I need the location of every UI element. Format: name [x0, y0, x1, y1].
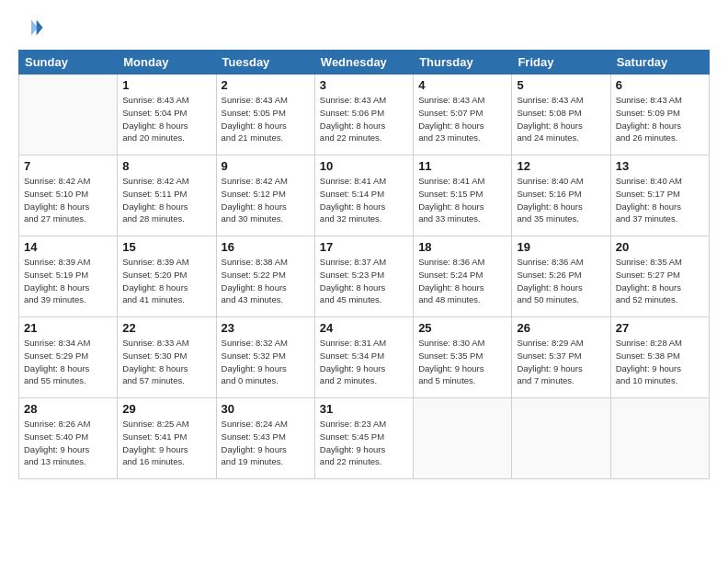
day-cell: 8Sunrise: 8:42 AM Sunset: 5:11 PM Daylig… — [118, 155, 216, 236]
day-info: Sunrise: 8:43 AM Sunset: 5:05 PM Dayligh… — [222, 94, 310, 144]
day-number: 19 — [517, 240, 605, 254]
day-cell: 16Sunrise: 8:38 AM Sunset: 5:22 PM Dayli… — [216, 236, 314, 317]
day-cell: 10Sunrise: 8:41 AM Sunset: 5:14 PM Dayli… — [314, 155, 413, 236]
day-number: 24 — [320, 321, 408, 335]
page: SundayMondayTuesdayWednesdayThursdayFrid… — [0, 0, 728, 563]
day-number: 5 — [517, 78, 605, 92]
day-cell: 21Sunrise: 8:34 AM Sunset: 5:29 PM Dayli… — [19, 317, 118, 398]
day-number: 17 — [320, 240, 408, 254]
day-info: Sunrise: 8:40 AM Sunset: 5:16 PM Dayligh… — [517, 175, 605, 225]
day-info: Sunrise: 8:43 AM Sunset: 5:08 PM Dayligh… — [517, 94, 605, 144]
day-number: 8 — [122, 159, 210, 173]
day-cell: 31Sunrise: 8:23 AM Sunset: 5:45 PM Dayli… — [314, 398, 413, 479]
day-number: 20 — [616, 240, 704, 254]
day-cell: 7Sunrise: 8:42 AM Sunset: 5:10 PM Daylig… — [19, 155, 118, 236]
day-number: 15 — [122, 240, 210, 254]
day-number: 4 — [418, 78, 506, 92]
day-number: 28 — [24, 402, 112, 416]
col-header-thursday: Thursday — [414, 51, 512, 75]
day-number: 9 — [222, 159, 310, 173]
week-row-4: 21Sunrise: 8:34 AM Sunset: 5:29 PM Dayli… — [19, 317, 710, 398]
col-header-sunday: Sunday — [19, 51, 118, 75]
day-number: 14 — [24, 240, 112, 254]
day-info: Sunrise: 8:34 AM Sunset: 5:29 PM Dayligh… — [24, 337, 112, 387]
day-info: Sunrise: 8:23 AM Sunset: 5:45 PM Dayligh… — [320, 418, 408, 468]
day-cell: 1Sunrise: 8:43 AM Sunset: 5:04 PM Daylig… — [118, 75, 216, 155]
day-info: Sunrise: 8:31 AM Sunset: 5:34 PM Dayligh… — [320, 337, 408, 387]
day-info: Sunrise: 8:35 AM Sunset: 5:27 PM Dayligh… — [616, 256, 704, 306]
day-cell: 2Sunrise: 8:43 AM Sunset: 5:05 PM Daylig… — [216, 75, 314, 155]
day-cell: 26Sunrise: 8:29 AM Sunset: 5:37 PM Dayli… — [512, 317, 610, 398]
col-header-friday: Friday — [512, 51, 610, 75]
day-info: Sunrise: 8:41 AM Sunset: 5:14 PM Dayligh… — [320, 175, 408, 225]
day-cell: 11Sunrise: 8:41 AM Sunset: 5:15 PM Dayli… — [414, 155, 512, 236]
day-cell: 23Sunrise: 8:32 AM Sunset: 5:32 PM Dayli… — [216, 317, 314, 398]
day-cell — [512, 398, 610, 479]
day-cell: 25Sunrise: 8:30 AM Sunset: 5:35 PM Dayli… — [414, 317, 512, 398]
calendar-header-row: SundayMondayTuesdayWednesdayThursdayFrid… — [19, 51, 710, 75]
day-cell: 12Sunrise: 8:40 AM Sunset: 5:16 PM Dayli… — [512, 155, 610, 236]
day-info: Sunrise: 8:25 AM Sunset: 5:41 PM Dayligh… — [122, 418, 210, 468]
day-cell: 6Sunrise: 8:43 AM Sunset: 5:09 PM Daylig… — [610, 75, 709, 155]
day-number: 31 — [320, 402, 408, 416]
col-header-saturday: Saturday — [610, 51, 709, 75]
day-info: Sunrise: 8:39 AM Sunset: 5:20 PM Dayligh… — [122, 256, 210, 306]
day-number: 18 — [418, 240, 506, 254]
day-info: Sunrise: 8:43 AM Sunset: 5:09 PM Dayligh… — [616, 94, 704, 144]
day-info: Sunrise: 8:36 AM Sunset: 5:26 PM Dayligh… — [517, 256, 605, 306]
week-row-5: 28Sunrise: 8:26 AM Sunset: 5:40 PM Dayli… — [19, 398, 710, 479]
header — [18, 15, 710, 40]
day-info: Sunrise: 8:42 AM Sunset: 5:11 PM Dayligh… — [122, 175, 210, 225]
day-number: 6 — [616, 78, 704, 92]
logo-icon — [18, 15, 44, 40]
day-info: Sunrise: 8:43 AM Sunset: 5:07 PM Dayligh… — [418, 94, 506, 144]
week-row-1: 1Sunrise: 8:43 AM Sunset: 5:04 PM Daylig… — [19, 75, 710, 155]
day-cell — [414, 398, 512, 479]
day-number: 12 — [517, 159, 605, 173]
day-cell — [610, 398, 709, 479]
day-cell: 17Sunrise: 8:37 AM Sunset: 5:23 PM Dayli… — [314, 236, 413, 317]
day-cell: 18Sunrise: 8:36 AM Sunset: 5:24 PM Dayli… — [414, 236, 512, 317]
day-cell: 29Sunrise: 8:25 AM Sunset: 5:41 PM Dayli… — [118, 398, 216, 479]
day-number: 11 — [418, 159, 506, 173]
day-info: Sunrise: 8:33 AM Sunset: 5:30 PM Dayligh… — [122, 337, 210, 387]
logo — [18, 15, 48, 40]
day-info: Sunrise: 8:36 AM Sunset: 5:24 PM Dayligh… — [418, 256, 506, 306]
day-number: 30 — [222, 402, 310, 416]
day-cell: 3Sunrise: 8:43 AM Sunset: 5:06 PM Daylig… — [314, 75, 413, 155]
week-row-3: 14Sunrise: 8:39 AM Sunset: 5:19 PM Dayli… — [19, 236, 710, 317]
day-info: Sunrise: 8:40 AM Sunset: 5:17 PM Dayligh… — [616, 175, 704, 225]
day-info: Sunrise: 8:29 AM Sunset: 5:37 PM Dayligh… — [517, 337, 605, 387]
day-info: Sunrise: 8:30 AM Sunset: 5:35 PM Dayligh… — [418, 337, 506, 387]
day-number: 29 — [122, 402, 210, 416]
day-number: 23 — [222, 321, 310, 335]
day-info: Sunrise: 8:42 AM Sunset: 5:10 PM Dayligh… — [24, 175, 112, 225]
day-cell: 4Sunrise: 8:43 AM Sunset: 5:07 PM Daylig… — [414, 75, 512, 155]
day-cell: 5Sunrise: 8:43 AM Sunset: 5:08 PM Daylig… — [512, 75, 610, 155]
day-cell: 14Sunrise: 8:39 AM Sunset: 5:19 PM Dayli… — [19, 236, 118, 317]
day-number: 25 — [418, 321, 506, 335]
day-info: Sunrise: 8:24 AM Sunset: 5:43 PM Dayligh… — [222, 418, 310, 468]
day-number: 3 — [320, 78, 408, 92]
day-info: Sunrise: 8:41 AM Sunset: 5:15 PM Dayligh… — [418, 175, 506, 225]
day-info: Sunrise: 8:43 AM Sunset: 5:04 PM Dayligh… — [122, 94, 210, 144]
day-number: 16 — [222, 240, 310, 254]
col-header-wednesday: Wednesday — [314, 51, 413, 75]
day-cell: 27Sunrise: 8:28 AM Sunset: 5:38 PM Dayli… — [610, 317, 709, 398]
day-info: Sunrise: 8:38 AM Sunset: 5:22 PM Dayligh… — [222, 256, 310, 306]
day-cell: 9Sunrise: 8:42 AM Sunset: 5:12 PM Daylig… — [216, 155, 314, 236]
day-info: Sunrise: 8:32 AM Sunset: 5:32 PM Dayligh… — [222, 337, 310, 387]
day-number: 27 — [616, 321, 704, 335]
day-info: Sunrise: 8:37 AM Sunset: 5:23 PM Dayligh… — [320, 256, 408, 306]
day-number: 22 — [122, 321, 210, 335]
day-number: 21 — [24, 321, 112, 335]
calendar-table: SundayMondayTuesdayWednesdayThursdayFrid… — [18, 50, 710, 479]
day-cell — [19, 75, 118, 155]
day-number: 1 — [122, 78, 210, 92]
day-info: Sunrise: 8:42 AM Sunset: 5:12 PM Dayligh… — [222, 175, 310, 225]
day-cell: 20Sunrise: 8:35 AM Sunset: 5:27 PM Dayli… — [610, 236, 709, 317]
day-number: 7 — [24, 159, 112, 173]
week-row-2: 7Sunrise: 8:42 AM Sunset: 5:10 PM Daylig… — [19, 155, 710, 236]
day-info: Sunrise: 8:28 AM Sunset: 5:38 PM Dayligh… — [616, 337, 704, 387]
day-cell: 19Sunrise: 8:36 AM Sunset: 5:26 PM Dayli… — [512, 236, 610, 317]
